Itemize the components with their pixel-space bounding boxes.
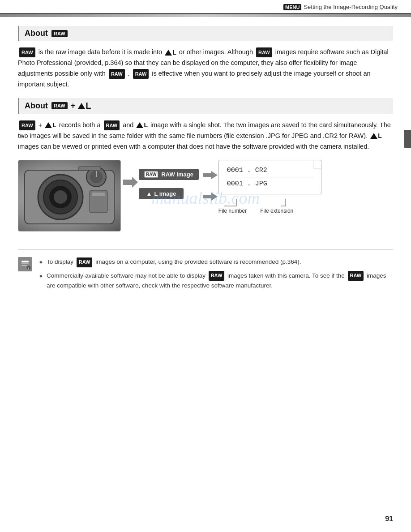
- note1-text2: images on a computer, using the provided…: [95, 258, 301, 265]
- section2-al-badge: L: [78, 101, 91, 111]
- small-arrow-1: [202, 170, 218, 183]
- page-header: MENU Setting the Image-Recording Quality: [0, 0, 411, 14]
- camera-svg: [20, 161, 119, 231]
- page-container: MENU Setting the Image-Recording Quality…: [0, 0, 411, 532]
- section1-heading: About RAW: [18, 26, 393, 41]
- raw-badge-inline-3: RAW: [109, 69, 125, 79]
- main-content: About RAW RAW is the raw image data befo…: [0, 17, 411, 303]
- arrow-svg-1: [121, 173, 139, 191]
- section2-raw-badge: RAW: [51, 102, 68, 109]
- camera-img-inner: [18, 160, 120, 231]
- section2-heading: About RAW + L: [18, 98, 393, 114]
- svg-marker-13: [203, 193, 218, 201]
- note-icon: i: [18, 257, 32, 271]
- raw-badge-s2-2: RAW: [104, 120, 120, 130]
- note2-text1: Commercially-available software may not …: [47, 272, 207, 279]
- section2-body: RAW + L records both a RAW and L image w…: [18, 120, 393, 152]
- note-item-2: Commercially-available software may not …: [39, 271, 393, 291]
- note2-text2: images taken with this camera. To see if…: [227, 272, 346, 279]
- page-number: 91: [385, 515, 393, 523]
- section2-text-plus: +: [39, 121, 44, 129]
- section2-about-label: About: [25, 101, 48, 111]
- raw-badge-s2-1: RAW: [19, 120, 35, 130]
- section2-text-1: records both a: [59, 121, 103, 129]
- raw-badge-inline-1: RAW: [19, 47, 35, 57]
- section2-text-4: images can be viewed or printed even wit…: [18, 143, 369, 150]
- section2-text-2: and: [123, 121, 135, 129]
- header-title: Setting the Image-Recording Quality: [304, 4, 398, 10]
- raw-white-badge: RAW: [144, 171, 158, 178]
- svg-marker-11: [123, 177, 138, 188]
- al-badge-s2-3: L: [370, 131, 382, 141]
- svg-rect-20: [21, 263, 29, 264]
- note1-text1: To display: [47, 258, 75, 265]
- svg-marker-12: [203, 171, 218, 179]
- al-badge-s2-2: L: [136, 120, 148, 130]
- file-labels-area: [218, 198, 321, 211]
- small-arrows: [199, 160, 218, 205]
- al-image-row: ▲ L image: [139, 188, 199, 199]
- raw-image-label-box: RAW RAW image: [139, 169, 199, 180]
- image-labels: RAW RAW image ▲ L image: [139, 160, 199, 199]
- file-entry-cr2: 0001 . CR2: [227, 164, 313, 177]
- diagram-section: RAW RAW image ▲ L image: [18, 160, 393, 232]
- section1-about-label: About: [25, 29, 48, 38]
- al-badge-1: L: [165, 47, 176, 58]
- svg-point-4: [54, 190, 67, 204]
- section1-text-4: .: [128, 70, 132, 77]
- raw-image-row: RAW RAW image: [139, 169, 199, 180]
- small-arrow-svg-2: [202, 191, 218, 202]
- svg-rect-21: [21, 265, 27, 266]
- small-arrow-2: [202, 191, 218, 205]
- raw-badge-inline-2: RAW: [256, 47, 272, 57]
- menu-badge: MENU: [283, 4, 301, 10]
- svg-rect-10: [92, 193, 105, 196]
- note-item-1: To display RAW images on a computer, usi…: [39, 257, 393, 267]
- section1-text-2: or other images. Although: [179, 48, 255, 56]
- file-card: 0001 . CR2 0001 . JPG: [218, 160, 321, 194]
- file-labels-svg: [223, 198, 321, 211]
- diagram-row: RAW RAW image ▲ L image: [18, 160, 393, 232]
- file-entry-jpg: 0001 . JPG: [227, 177, 313, 190]
- svg-rect-19: [21, 261, 29, 262]
- right-sidebar-bar: [404, 130, 411, 148]
- note-icon-svg: i: [19, 258, 31, 270]
- file-card-wrapper: 0001 . CR2 0001 . JPG: [218, 160, 321, 214]
- section1-raw-badge: RAW: [51, 30, 68, 37]
- camera-image: [18, 160, 121, 232]
- svg-text:i: i: [28, 267, 29, 270]
- note1-raw-badge: RAW: [77, 257, 93, 267]
- section1-text-1: is the raw image data before it is made …: [39, 48, 164, 56]
- bottom-notes-section: i To display RAW images on a computer, u…: [18, 249, 393, 294]
- al-image-label-box: ▲ L image: [139, 188, 184, 199]
- al-badge-s2: L: [45, 120, 56, 130]
- small-arrow-svg-1: [202, 170, 218, 180]
- section2-plus: +: [71, 101, 76, 111]
- al-triangle-icon: ▲: [146, 190, 152, 197]
- raw-image-text: RAW image: [161, 171, 193, 178]
- diagram-arrow-1: [121, 160, 139, 191]
- al-image-text: L image: [154, 190, 176, 197]
- section1-body: RAW is the raw image data before it is m…: [18, 47, 393, 90]
- raw-badge-inline-4: RAW: [133, 69, 149, 79]
- svg-rect-8: [78, 167, 101, 170]
- note2-raw-badge2: RAW: [348, 271, 364, 281]
- note2-raw-badge1: RAW: [209, 271, 225, 281]
- note-list: To display RAW images on a computer, usi…: [39, 257, 393, 294]
